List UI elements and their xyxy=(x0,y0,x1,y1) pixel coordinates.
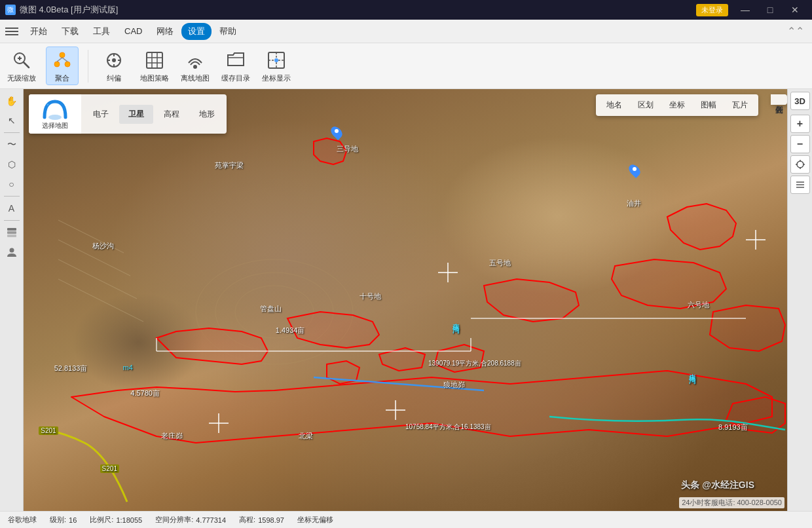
zoom-free-icon xyxy=(10,48,33,72)
titlebar: 微 微图 4.0Beta [用户测试版] 未登录 — □ ✕ xyxy=(0,0,812,20)
tool-map-strategy[interactable]: 地图策略 xyxy=(138,47,171,85)
right-tab-place[interactable]: 地名 xyxy=(599,97,630,113)
svg-line-27 xyxy=(58,220,124,253)
svg-point-14 xyxy=(193,65,197,69)
status-map-source: 谷歌地球 xyxy=(8,515,37,525)
locate-button[interactable] xyxy=(790,155,810,174)
right-tab-mapframe[interactable]: 图幅 xyxy=(693,97,724,113)
right-controls: 3D + − xyxy=(787,89,812,511)
svg-point-47 xyxy=(48,115,62,120)
statusbar: 谷歌地球 级别: 16 比例尺: 1:18055 空间分辨率: 4.777314… xyxy=(0,511,812,528)
tool-cache-dir-label: 缓存目录 xyxy=(221,73,250,83)
sidebar-separator-2 xyxy=(4,196,20,197)
tool-pan[interactable]: ✋ xyxy=(2,92,22,110)
right-tab-tile[interactable]: 瓦片 xyxy=(724,97,756,113)
tool-zoom-free[interactable]: 无级缩放 xyxy=(5,47,38,85)
svg-marker-32 xyxy=(314,138,346,164)
right-tab-coord[interactable]: 坐标 xyxy=(661,97,693,113)
toolbar-separator-1 xyxy=(88,50,88,83)
tool-user[interactable] xyxy=(2,243,22,261)
app-icon: 微 xyxy=(5,5,16,15)
tool-polygon[interactable]: ⬡ xyxy=(2,155,22,174)
zoom-out-button[interactable]: − xyxy=(790,135,810,153)
right-panel-tabs: 地名 区划 坐标 图幅 瓦片 xyxy=(596,94,758,116)
tool-offline-map[interactable]: 离线地图 xyxy=(179,47,212,85)
tool-layer[interactable] xyxy=(2,223,22,242)
menu-download[interactable]: 下载 xyxy=(55,23,85,40)
tool-cache-dir[interactable]: 缓存目录 xyxy=(219,47,252,85)
menubar: 开始 下载 工具 CAD 网络 设置 帮助 ⌃⌃ xyxy=(0,20,812,43)
svg-point-12 xyxy=(112,58,116,62)
svg-line-30 xyxy=(58,279,143,322)
tool-offline-map-label: 离线地图 xyxy=(181,73,210,83)
tool-measure[interactable]: 〜 xyxy=(2,136,22,154)
tool-coord-display-label: 坐标显示 xyxy=(262,73,291,83)
tool-correction-label: 纠偏 xyxy=(107,73,121,83)
hamburger-menu[interactable] xyxy=(3,24,22,39)
status-level: 级别: 16 xyxy=(50,515,77,525)
svg-line-29 xyxy=(58,259,137,299)
satellite-map[interactable]: 三导地 苑掌宇梁 杨沙沟 管盘山 十号地 五号地 六号地 油井 查树湾沟 查树湾… xyxy=(24,89,787,511)
svg-line-1 xyxy=(24,62,29,67)
layers-button[interactable] xyxy=(790,176,810,194)
map-logo-label: 选择地图 xyxy=(42,121,68,130)
svg-line-28 xyxy=(58,240,130,276)
map-logo[interactable]: 选择地图 xyxy=(29,94,81,134)
main-area: ✋ ↖ 〜 ⬡ ○ A xyxy=(0,89,812,511)
svg-rect-13 xyxy=(147,52,162,68)
svg-point-5 xyxy=(54,62,60,67)
maximize-button[interactable]: □ xyxy=(758,3,782,17)
map-strategy-icon xyxy=(143,48,166,72)
menu-cad[interactable]: CAD xyxy=(118,24,149,39)
close-button[interactable]: ✕ xyxy=(783,3,807,17)
task-list-button[interactable]: 任务列表 xyxy=(771,94,787,105)
correction-icon xyxy=(102,48,126,72)
zoom-in-button[interactable]: + xyxy=(790,115,810,133)
map-type-tab-group: 电子 卫星 高程 地形 xyxy=(81,94,227,134)
window-controls: — □ ✕ xyxy=(733,3,807,17)
map-svg-overlay xyxy=(24,89,787,511)
minimize-button[interactable]: — xyxy=(733,3,757,17)
app-title: 微图 4.0Beta [用户测试版] xyxy=(20,4,118,16)
map-tab-satellite[interactable]: 卫星 xyxy=(119,105,153,124)
map-tab-elevation[interactable]: 高程 xyxy=(155,105,189,124)
menu-help[interactable]: 帮助 xyxy=(213,23,243,40)
map-tab-terrain[interactable]: 地形 xyxy=(190,105,224,124)
menu-settings[interactable]: 设置 xyxy=(181,23,212,40)
tool-correction[interactable]: 纠偏 xyxy=(98,47,130,85)
cache-dir-icon xyxy=(224,48,248,72)
svg-rect-22 xyxy=(7,235,16,237)
login-button[interactable]: 未登录 xyxy=(696,4,728,16)
sidebar-separator-3 xyxy=(4,220,20,221)
hotline: 24小时客服电话: 400-028-0050 xyxy=(679,497,784,508)
tool-select[interactable]: ↖ xyxy=(2,111,22,130)
tool-zoom-free-label: 无级缩放 xyxy=(7,73,36,83)
tool-circle[interactable]: ○ xyxy=(2,175,22,193)
cluster-icon xyxy=(50,48,74,72)
map-type-tabs: 选择地图 电子 卫星 高程 地形 xyxy=(29,94,227,134)
svg-point-23 xyxy=(9,248,14,253)
tool-coord-display[interactable]: 坐标显示 xyxy=(260,47,293,85)
offline-map-icon xyxy=(183,48,207,72)
svg-point-6 xyxy=(65,62,70,67)
right-tab-region[interactable]: 区划 xyxy=(630,97,661,113)
toolbar: 无级缩放 聚合 纠偏 地图策略 离线地图 缓存目录 坐标显示 xyxy=(0,43,812,89)
svg-point-4 xyxy=(60,52,65,58)
svg-rect-21 xyxy=(7,231,16,234)
svg-rect-20 xyxy=(7,228,16,231)
3d-toggle[interactable]: 3D xyxy=(790,92,810,110)
svg-marker-31 xyxy=(71,371,772,443)
tool-text[interactable]: A xyxy=(2,199,22,217)
collapse-ribbon-button[interactable]: ⌃⌃ xyxy=(782,25,809,37)
tool-map-strategy-label: 地图策略 xyxy=(140,73,169,83)
menu-tools[interactable]: 工具 xyxy=(86,23,117,40)
svg-marker-33 xyxy=(667,204,736,250)
status-elevation: 高程: 1598.97 xyxy=(239,515,284,525)
tool-cluster[interactable]: 聚合 xyxy=(46,47,79,85)
map-container[interactable]: 三导地 苑掌宇梁 杨沙沟 管盘山 十号地 五号地 六号地 油井 查树湾沟 查树湾… xyxy=(24,89,787,511)
svg-point-48 xyxy=(797,161,803,168)
map-tab-electronic[interactable]: 电子 xyxy=(84,105,118,124)
menu-network[interactable]: 网络 xyxy=(150,23,180,40)
tool-cluster-label: 聚合 xyxy=(55,73,69,83)
menu-start[interactable]: 开始 xyxy=(24,23,54,40)
